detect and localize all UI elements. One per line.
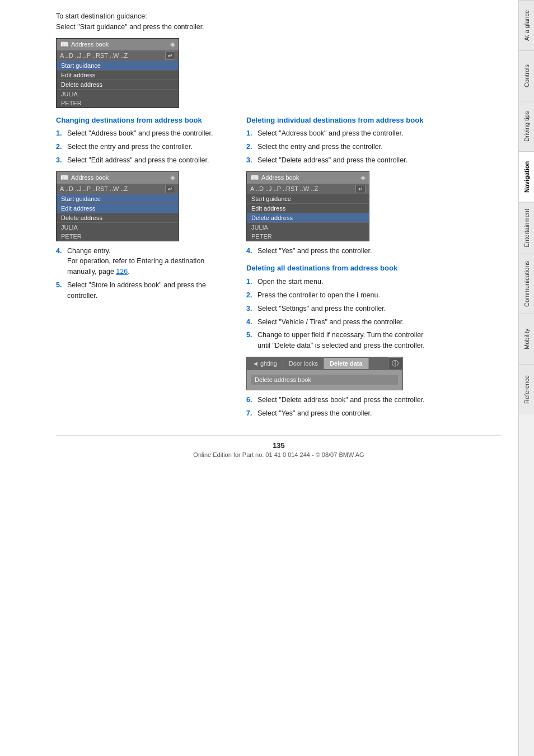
ab-menu-delete-2[interactable]: Delete address	[57, 213, 179, 223]
changing-steps-list: 1. Select "Address book" and press the c…	[56, 128, 229, 165]
side-tabs: At a glance Controls Driving tips Naviga…	[518, 0, 534, 756]
ab-entry-peter-1: PETER	[57, 99, 179, 108]
page-footer: 135 Online Edition for Part no. 01 41 0 …	[56, 435, 502, 458]
delete-data-widget: ◄ ghting Door locks Delete data ⓘ Delete…	[246, 357, 403, 390]
ab-nav-icon-1: ◈	[170, 40, 175, 48]
deleting-individual-steps: 1. Select "Address book" and press the c…	[246, 128, 425, 165]
ab-enter-2[interactable]: ↵	[165, 185, 175, 193]
del-ind-step-2: 2. Select the entry and press the contro…	[246, 142, 425, 152]
main-content: To start destination guidance: Select "S…	[0, 0, 518, 756]
ab-nav-icon-2: ◈	[170, 174, 175, 181]
ab-title-text-3: Address book	[261, 174, 299, 181]
dd-body: Delete address book	[247, 370, 402, 390]
ab-alphabet-1: A ..D ..J ..P ..RST ..W ..Z ↵	[57, 50, 179, 61]
ab-entry-julia-2: JULIA	[57, 223, 179, 232]
ab-enter-3[interactable]: ↵	[355, 185, 366, 193]
ab-entry-julia-1: JULIA	[57, 90, 179, 99]
address-book-widget-3: 📖 Address book ◈ A ..D ..J ..P ..RST ..W…	[246, 171, 369, 241]
dd-tab-deletedata[interactable]: Delete data	[324, 358, 369, 369]
footer-text: Online Edition for Part no. 01 41 0 014 …	[193, 451, 364, 458]
col-right: Deleting individual destinations from ad…	[246, 116, 425, 424]
ab-alphabet-text-3: A ..D ..J ..P ..RST ..W ..Z	[250, 185, 318, 192]
dd-option-deleteaddressbook[interactable]: Delete address book	[251, 375, 398, 385]
ab-menu-edit-3[interactable]: Edit address	[247, 204, 369, 213]
ab-header-1: 📖 Address book ◈	[57, 39, 179, 50]
ab-menu-start-3[interactable]: Start guidance	[247, 194, 369, 204]
changing-steps-4-5: 4. Change entry. For operation, refer to…	[56, 246, 229, 301]
ab-title-text-2: Address book	[71, 174, 109, 181]
del-all-step-5: 5. Change to upper field if necessary. T…	[246, 330, 425, 351]
changing-step-4: 4. Change entry. For operation, refer to…	[56, 246, 229, 277]
del-all-step-4: 4. Select "Vehicle / Tires" and press th…	[246, 317, 425, 328]
dd-header: ◄ ghting Door locks Delete data ⓘ	[247, 357, 402, 370]
tab-at-a-glance[interactable]: At a glance	[519, 0, 534, 50]
del-all-step-6: 6. Select "Delete address book" and pres…	[246, 395, 425, 405]
del-ind-step-4-list: 4. Select "Yes" and press the controller…	[246, 246, 425, 256]
address-book-widget-2: 📖 Address book ◈ A ..D ..J ..P ..RST ..W…	[56, 171, 179, 241]
ab-menu-delete-1[interactable]: Delete address	[57, 80, 179, 90]
ab-alphabet-2: A ..D ..J ..P ..RST ..W ..Z ↵	[57, 184, 179, 194]
columns: Changing destinations from address book …	[56, 116, 502, 424]
ab-alphabet-text-1: A ..D ..J ..P ..RST ..W ..Z	[60, 52, 128, 59]
section-heading-deleting-all: Deleting all destinations from address b…	[246, 264, 425, 273]
del-all-step-1: 1. Open the start menu.	[246, 277, 425, 287]
changing-step-2: 2. Select the entry and press the contro…	[56, 142, 229, 152]
ab-title-1: 📖 Address book	[60, 40, 109, 49]
dd-tab-lighting[interactable]: ◄ ghting	[247, 358, 283, 369]
ab-menu-start-1[interactable]: Start guidance	[57, 61, 179, 71]
page-number: 135	[56, 441, 502, 450]
ab-enter-1[interactable]: ↵	[165, 52, 175, 60]
section-heading-changing: Changing destinations from address book	[56, 116, 229, 125]
dd-tab-doorlocks[interactable]: Door locks	[283, 358, 324, 369]
intro-block: To start destination guidance: Select "S…	[56, 11, 502, 32]
ab-menu-delete-3[interactable]: Delete address	[247, 213, 369, 223]
del-ind-step-1: 1. Select "Address book" and press the c…	[246, 128, 425, 139]
intro-line1: To start destination guidance:	[56, 11, 502, 22]
del-all-step-3: 3. Select "Settings" and press the contr…	[246, 304, 425, 314]
changing-step-3: 3. Select "Edit address" and press the c…	[56, 155, 229, 166]
ab-title-2: 📖 Address book	[60, 174, 109, 182]
dd-info-icon[interactable]: ⓘ	[388, 357, 402, 370]
intro-line2: Select "Start guidance" and press the co…	[56, 22, 502, 32]
ab-menu-edit-2[interactable]: Edit address	[57, 204, 179, 213]
section-heading-deleting-individual: Deleting individual destinations from ad…	[246, 116, 425, 125]
tab-controls[interactable]: Controls	[519, 50, 534, 101]
ab-menu-start-2[interactable]: Start guidance	[57, 194, 179, 204]
ab-header-2: 📖 Address book ◈	[57, 172, 179, 184]
ab-title-3: 📖 Address book	[250, 174, 299, 182]
changing-step-1: 1. Select "Address book" and press the c…	[56, 128, 229, 139]
col-left: Changing destinations from address book …	[56, 116, 229, 424]
ab-title-text-1: Address book	[71, 41, 109, 48]
changing-step-5: 5. Select "Store in address book" and pr…	[56, 280, 229, 301]
del-all-step-2: 2. Press the controller to open the i me…	[246, 290, 425, 301]
ab-alphabet-3: A ..D ..J ..P ..RST ..W ..Z ↵	[247, 184, 369, 194]
tab-reference[interactable]: Reference	[519, 364, 534, 414]
ab-entry-julia-3: JULIA	[247, 223, 369, 232]
address-book-widget-1: 📖 Address book ◈ A ..D ..J ..P ..RST ..W…	[56, 38, 179, 108]
tab-communications[interactable]: Communications	[519, 254, 534, 314]
ab-header-3: 📖 Address book ◈	[247, 172, 369, 184]
page-link[interactable]: 126	[116, 268, 128, 276]
tab-driving-tips[interactable]: Driving tips	[519, 101, 534, 151]
book-icon-3: 📖	[250, 174, 259, 182]
book-icon-2: 📖	[60, 174, 69, 182]
ab-entry-peter-2: PETER	[57, 232, 179, 241]
ab-entry-peter-3: PETER	[247, 232, 369, 241]
del-all-steps-6-7: 6. Select "Delete address book" and pres…	[246, 395, 425, 419]
deleting-all-steps: 1. Open the start menu. 2. Press the con…	[246, 277, 425, 351]
tab-entertainment[interactable]: Entertainment	[519, 202, 534, 254]
ab-menu-edit-1[interactable]: Edit address	[57, 71, 179, 80]
ab-alphabet-text-2: A ..D ..J ..P ..RST ..W ..Z	[60, 185, 128, 192]
del-ind-step-4: 4. Select "Yes" and press the controller…	[246, 246, 425, 256]
del-ind-step-3: 3. Select "Delete address" and press the…	[246, 155, 425, 166]
tab-navigation[interactable]: Navigation	[519, 151, 534, 202]
tab-mobility[interactable]: Mobility	[519, 314, 534, 364]
ab-nav-icon-3: ◈	[360, 174, 366, 181]
book-icon-1: 📖	[60, 40, 69, 49]
del-all-step-7: 7. Select "Yes" and press the controller…	[246, 408, 425, 419]
